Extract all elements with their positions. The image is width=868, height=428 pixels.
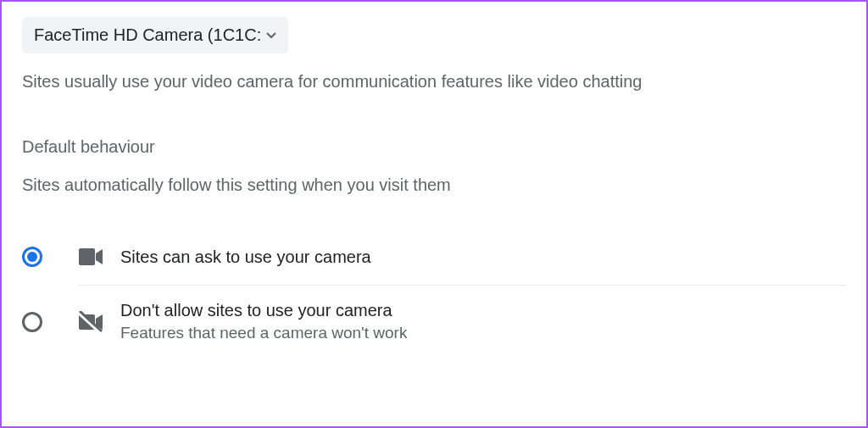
videocam-off-icon — [78, 309, 103, 335]
radio-options-group: Sites can ask to use your camera Don't a… — [22, 229, 846, 358]
camera-select-label: FaceTime HD Camera (1C1C: — [34, 25, 261, 45]
option-block-title: Don't allow sites to use your camera — [120, 301, 407, 320]
option-block-camera[interactable]: Don't allow sites to use your camera Fea… — [22, 286, 846, 358]
option-allow-title: Sites can ask to use your camera — [120, 247, 371, 267]
radio-unselected[interactable] — [22, 312, 42, 332]
default-behaviour-subtext: Sites automatically follow this setting … — [22, 175, 846, 195]
radio-selected[interactable] — [22, 247, 42, 267]
default-behaviour-heading: Default behaviour — [22, 137, 846, 157]
camera-description: Sites usually use your video camera for … — [22, 72, 846, 92]
camera-select-dropdown[interactable]: FaceTime HD Camera (1C1C: — [22, 17, 288, 53]
option-block-subtitle: Features that need a camera won't work — [120, 324, 407, 342]
videocam-icon — [78, 244, 103, 270]
option-block-content: Don't allow sites to use your camera Fea… — [78, 301, 846, 342]
svg-rect-0 — [79, 248, 95, 265]
option-allow-content: Sites can ask to use your camera — [78, 244, 846, 270]
chevron-down-icon — [266, 32, 276, 39]
option-allow-camera[interactable]: Sites can ask to use your camera — [22, 229, 846, 285]
